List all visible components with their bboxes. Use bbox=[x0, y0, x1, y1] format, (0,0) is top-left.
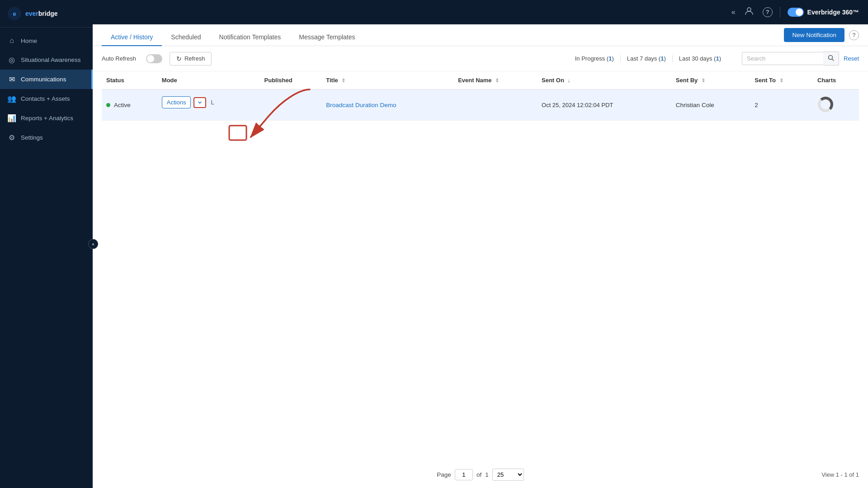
sent-on-sort-icon: ↓ bbox=[568, 78, 571, 83]
sidebar-item-communications[interactable]: ✉ Communications bbox=[0, 70, 93, 89]
col-status: Status bbox=[102, 71, 157, 89]
cell-sent-on: Oct 25, 2024 12:02:04 PDT bbox=[537, 89, 671, 121]
product-toggle[interactable] bbox=[788, 8, 804, 17]
topbar-collapse-icon[interactable]: « bbox=[731, 8, 736, 16]
sidebar-collapse-button[interactable]: « bbox=[88, 239, 98, 249]
col-charts: Charts bbox=[813, 71, 859, 89]
toolbar: Auto Refresh ↻ Refresh In Progress (1) L… bbox=[93, 46, 868, 71]
sidebar-item-settings[interactable]: ⚙ Settings bbox=[0, 128, 93, 147]
filter-in-progress[interactable]: In Progress (1) bbox=[569, 55, 621, 62]
sidebar-item-label: Contacts + Assets bbox=[21, 95, 70, 102]
auto-refresh-label: Auto Refresh bbox=[102, 55, 136, 62]
col-event-name: Event Name ⇕ bbox=[453, 71, 537, 89]
col-sent-by: Sent By ⇕ bbox=[671, 71, 750, 89]
topbar-divider bbox=[780, 7, 780, 18]
total-pages: 1 bbox=[485, 471, 489, 478]
chart-donut bbox=[817, 96, 834, 113]
cell-mode: Actions L bbox=[157, 90, 260, 115]
filter-last-30-days[interactable]: Last 30 days (1) bbox=[673, 55, 727, 62]
contacts-assets-icon: 👥 bbox=[7, 94, 16, 103]
product-label: Everbridge 360™ bbox=[807, 9, 859, 16]
col-sent-on: Sent On ↓ bbox=[537, 71, 671, 89]
tabs-bar: Active / History Scheduled Notification … bbox=[93, 24, 868, 46]
svg-line-4 bbox=[832, 59, 834, 61]
situational-awareness-icon: ◎ bbox=[7, 56, 16, 64]
reset-button[interactable]: Reset bbox=[844, 55, 859, 62]
communications-icon: ✉ bbox=[7, 75, 16, 84]
page-size-select[interactable]: 25 10 50 100 bbox=[492, 469, 524, 481]
search-button[interactable] bbox=[823, 52, 839, 66]
auto-refresh-toggle[interactable] bbox=[146, 54, 162, 63]
new-notification-button[interactable]: New Notification bbox=[784, 28, 844, 42]
sidebar-item-contacts-assets[interactable]: 👥 Contacts + Assets bbox=[0, 89, 93, 108]
tab-message-templates[interactable]: Message Templates bbox=[290, 28, 364, 46]
user-icon[interactable] bbox=[743, 5, 755, 19]
sidebar-item-label: Reports + Analytics bbox=[21, 115, 73, 122]
search-input[interactable] bbox=[742, 52, 823, 65]
svg-point-2 bbox=[747, 8, 751, 11]
table-header-row: Status Mode Published Title ⇕ Event Name… bbox=[102, 71, 859, 89]
pagination: Page 1 of 1 25 10 50 100 View 1 - 1 of 1 bbox=[93, 461, 868, 488]
svg-rect-8 bbox=[229, 126, 246, 140]
of-label: of bbox=[476, 471, 481, 478]
refresh-button[interactable]: ↻ Refresh bbox=[170, 52, 212, 66]
col-title: Title ⇕ bbox=[321, 71, 453, 89]
cell-charts bbox=[813, 89, 859, 121]
topbar: « ? Everbridge 360™ bbox=[93, 0, 868, 24]
home-icon: ⌂ bbox=[7, 37, 16, 45]
tabs-right: New Notification ? bbox=[784, 28, 859, 46]
sidebar-item-label: Communications bbox=[21, 76, 66, 83]
logo: e everbridge bbox=[0, 0, 93, 28]
cell-event-name bbox=[453, 89, 537, 121]
actions-button[interactable]: Actions bbox=[162, 96, 191, 108]
cell-sent-to: 2 bbox=[750, 89, 813, 121]
sidebar-item-situational-awareness[interactable]: ◎ Situational Awareness bbox=[0, 50, 93, 70]
reports-analytics-icon: 📊 bbox=[7, 114, 16, 122]
sent-to-sort-icon: ⇕ bbox=[779, 78, 783, 83]
refresh-icon: ↻ bbox=[176, 55, 182, 62]
cell-status: Active bbox=[102, 89, 157, 121]
col-mode: Mode bbox=[157, 71, 260, 89]
filter-group: In Progress (1) Last 7 days (1) Last 30 … bbox=[569, 55, 727, 62]
view-range: View 1 - 1 of 1 bbox=[821, 471, 859, 478]
tab-scheduled[interactable]: Scheduled bbox=[162, 28, 210, 46]
event-name-sort-icon: ⇕ bbox=[495, 78, 499, 83]
cell-published bbox=[260, 89, 322, 121]
tab-notification-templates[interactable]: Notification Templates bbox=[210, 28, 290, 46]
status-dot-active bbox=[106, 103, 110, 107]
cell-sent-by: Christian Cole bbox=[671, 89, 750, 121]
help-topbar-icon[interactable]: ? bbox=[763, 7, 773, 17]
actions-dropdown-button[interactable] bbox=[193, 97, 206, 108]
col-sent-to: Sent To ⇕ bbox=[750, 71, 813, 89]
search-box: Reset bbox=[742, 52, 859, 66]
sidebar-item-reports-analytics[interactable]: 📊 Reports + Analytics bbox=[0, 108, 93, 128]
topbar-brand: Everbridge 360™ bbox=[788, 8, 859, 17]
title-sort-icon: ⇕ bbox=[341, 78, 345, 83]
help-icon[interactable]: ? bbox=[849, 30, 859, 40]
sidebar-item-label: Situational Awareness bbox=[21, 56, 81, 63]
page-label: Page bbox=[437, 471, 451, 478]
sidebar-item-label: Settings bbox=[21, 134, 43, 141]
sidebar-item-home[interactable]: ⌂ Home bbox=[0, 31, 93, 50]
svg-text:e: e bbox=[13, 10, 16, 17]
col-published: Published bbox=[260, 71, 322, 89]
notifications-table: Status Mode Published Title ⇕ Event Name… bbox=[102, 71, 859, 121]
tab-active-history[interactable]: Active / History bbox=[102, 28, 162, 46]
table-container: Status Mode Published Title ⇕ Event Name… bbox=[93, 71, 868, 461]
cell-title: Broadcast Duration Demo bbox=[321, 89, 453, 121]
page-input[interactable]: 1 bbox=[455, 469, 473, 480]
sidebar-nav: ⌂ Home ◎ Situational Awareness ✉ Communi… bbox=[0, 28, 93, 488]
filter-last-7-days[interactable]: Last 7 days (1) bbox=[621, 55, 673, 62]
brand-name: everbridge bbox=[25, 9, 58, 18]
sidebar-item-label: Home bbox=[21, 38, 37, 44]
status-label: Active bbox=[114, 102, 131, 108]
sent-by-sort-icon: ⇕ bbox=[701, 78, 705, 83]
table-row: Active Actions L Broadcast Duration Demo bbox=[102, 89, 859, 121]
settings-icon: ⚙ bbox=[7, 133, 16, 142]
